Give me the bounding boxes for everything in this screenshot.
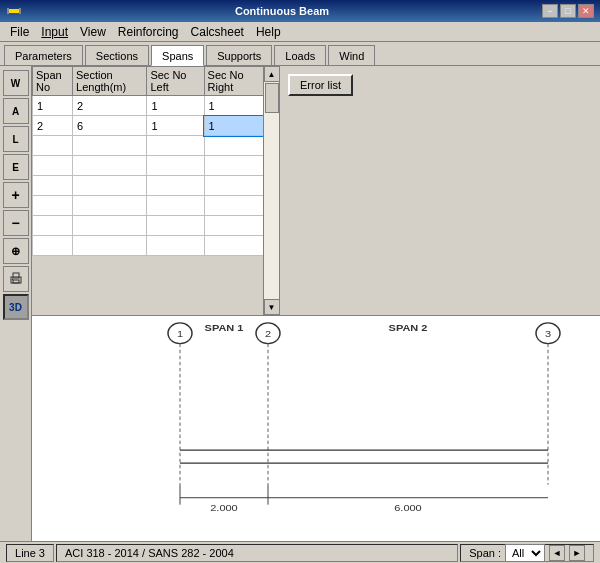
table-row[interactable]: 1211 [33,96,279,116]
svg-text:1: 1 [177,328,183,338]
tab-loads[interactable]: Loads [274,45,326,65]
status-bar: Line 3 ACI 318 - 2014 / SANS 282 - 2004 … [0,541,600,563]
table-cell[interactable]: 1 [147,96,204,116]
scroll-track [264,82,280,299]
scroll-down[interactable]: ▼ [264,299,280,315]
table-container: SpanNo SectionLength(m) Sec NoLeft Sec N… [32,66,280,315]
table-cell[interactable] [33,216,73,236]
table-cell[interactable] [147,196,204,216]
title-bar: Continuous Beam − □ ✕ [0,0,600,22]
drawing-area: 1 2 3 SPAN 1 SPAN 2 [32,316,600,541]
table-row[interactable] [33,136,279,156]
col-section-length: SectionLength(m) [73,67,147,96]
tool-w[interactable]: W [3,70,29,96]
tab-parameters[interactable]: Parameters [4,45,83,65]
maximize-button[interactable]: □ [560,4,576,18]
menu-file[interactable]: File [4,23,35,41]
span-next-button[interactable]: ► [569,545,585,561]
svg-rect-1 [7,8,9,14]
error-list-button[interactable]: Error list [288,74,353,96]
table-row[interactable] [33,196,279,216]
tool-3d[interactable]: 3D [3,294,29,320]
scroll-up[interactable]: ▲ [264,66,280,82]
table-cell[interactable]: 2 [73,96,147,116]
tool-l[interactable]: L [3,126,29,152]
tool-fit[interactable]: ⊕ [3,238,29,264]
svg-text:2.000: 2.000 [210,502,238,512]
menu-bar: File Input View Reinforcing Calcsheet He… [0,22,600,42]
table-cell[interactable] [73,176,147,196]
table-cell[interactable] [73,156,147,176]
left-toolbar: W A L E + − ⊕ 3D [0,66,32,541]
table-cell[interactable] [33,196,73,216]
svg-text:SPAN 1: SPAN 1 [205,322,244,332]
line-number: ine 3 [21,547,45,559]
minimize-button[interactable]: − [542,4,558,18]
tab-wind[interactable]: Wind [328,45,375,65]
tool-print[interactable] [3,266,29,292]
window-title: Continuous Beam [22,5,542,17]
tool-a[interactable]: A [3,98,29,124]
status-standard: ACI 318 - 2014 / SANS 282 - 2004 [56,544,458,562]
table-cell[interactable] [147,156,204,176]
menu-input[interactable]: Input [35,23,74,41]
app-icon [6,3,22,19]
table-cell[interactable] [33,136,73,156]
top-panel: SpanNo SectionLength(m) Sec NoLeft Sec N… [32,66,600,316]
main-area: SpanNo SectionLength(m) Sec NoLeft Sec N… [32,66,600,541]
tab-sections[interactable]: Sections [85,45,149,65]
table-cell[interactable]: 1 [33,96,73,116]
right-panel: Error list [280,66,600,315]
table-cell[interactable] [147,236,204,256]
tool-zoom-in[interactable]: + [3,182,29,208]
svg-text:2: 2 [265,328,271,338]
table-row[interactable] [33,216,279,236]
status-line: Line 3 [6,544,54,562]
status-span-control: Span : All 1 2 ◄ ► [460,544,594,562]
svg-text:SPAN 2: SPAN 2 [389,322,428,332]
menu-help[interactable]: Help [250,23,287,41]
content-area: W A L E + − ⊕ 3D SpanNo [0,66,600,541]
table-row[interactable] [33,236,279,256]
table-cell[interactable] [147,176,204,196]
tool-e[interactable]: E [3,154,29,180]
menu-reinforcing[interactable]: Reinforcing [112,23,185,41]
scroll-thumb[interactable] [265,83,279,113]
table-row[interactable] [33,176,279,196]
table-cell[interactable] [73,136,147,156]
col-sec-no-left: Sec NoLeft [147,67,204,96]
table-cell[interactable] [33,236,73,256]
beam-diagram: 1 2 3 SPAN 1 SPAN 2 [32,316,600,541]
span-prev-button[interactable]: ◄ [549,545,565,561]
table-cell[interactable] [73,236,147,256]
menu-view[interactable]: View [74,23,112,41]
span-select[interactable]: All 1 2 [505,544,545,562]
close-button[interactable]: ✕ [578,4,594,18]
svg-rect-2 [19,8,21,14]
menu-calcsheet[interactable]: Calcsheet [185,23,250,41]
svg-text:6.000: 6.000 [394,502,422,512]
table-cell[interactable] [73,216,147,236]
tool-zoom-out[interactable]: − [3,210,29,236]
table-cell[interactable] [147,136,204,156]
spans-table: SpanNo SectionLength(m) Sec NoLeft Sec N… [32,66,279,256]
table-cell[interactable] [73,196,147,216]
span-label: Span : [469,547,501,559]
table-row[interactable] [33,156,279,176]
col-span-no: SpanNo [33,67,73,96]
table-cell[interactable]: 6 [73,116,147,136]
tab-spans[interactable]: Spans [151,45,204,66]
table-cell[interactable]: 1 [147,116,204,136]
table-cell[interactable]: 2 [33,116,73,136]
svg-point-6 [11,279,12,280]
table-cell[interactable] [33,176,73,196]
svg-text:3: 3 [545,328,551,338]
table-scrollbar[interactable]: ▲ ▼ [263,66,279,315]
window-controls[interactable]: − □ ✕ [542,4,594,18]
tab-supports[interactable]: Supports [206,45,272,65]
svg-rect-0 [8,9,20,13]
table-cell[interactable] [33,156,73,176]
table-cell[interactable] [147,216,204,236]
table-row[interactable]: 2611 [33,116,279,136]
tab-bar: Parameters Sections Spans Supports Loads… [0,42,600,66]
